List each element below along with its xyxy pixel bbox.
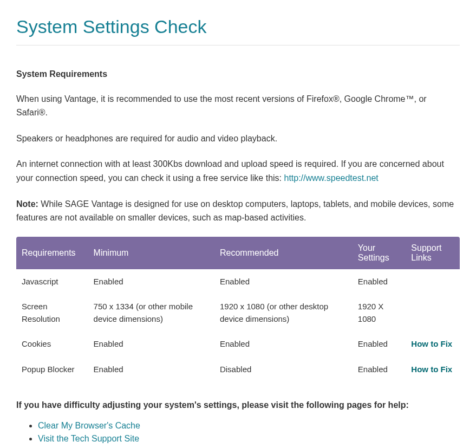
cell-min: 750 x 1334 (or other mobile device dimen…: [88, 294, 214, 332]
th-requirements: Requirements: [16, 237, 88, 269]
cell-min: Enabled: [88, 357, 214, 382]
cell-req: Popup Blocker: [16, 357, 88, 382]
table-row: Popup BlockerEnabledDisabledEnabledHow t…: [16, 357, 460, 382]
cell-support: How to Fix: [406, 332, 460, 357]
help-heading: If you have difficulty adjusting your sy…: [16, 398, 460, 412]
help-link[interactable]: Visit the Tech Support Site: [38, 434, 139, 443]
cell-rec: 1920 x 1080 (or other desktop device dim…: [214, 294, 353, 332]
page-title: System Settings Check: [16, 16, 460, 46]
how-to-fix-link[interactable]: How to Fix: [411, 339, 452, 348]
cell-your: Enabled: [353, 332, 406, 357]
intro-paragraph-3-text: An internet connection with at least 300…: [16, 159, 444, 183]
note-text: While SAGE Vantage is designed for use o…: [16, 199, 454, 223]
intro-paragraph-1: When using Vantage, it is recommended to…: [16, 92, 460, 120]
note-label: Note:: [16, 199, 38, 209]
how-to-fix-link[interactable]: How to Fix: [411, 365, 452, 374]
cell-support: [406, 294, 460, 332]
cell-min: Enabled: [88, 269, 214, 295]
requirements-table: Requirements Minimum Recommended Your Se…: [16, 237, 460, 382]
cell-rec: Enabled: [214, 332, 353, 357]
help-links-list: Clear My Browser's CacheVisit the Tech S…: [16, 421, 460, 444]
cell-rec: Disabled: [214, 357, 353, 382]
cell-your: Enabled: [353, 269, 406, 295]
system-requirements-heading: System Requirements: [16, 67, 460, 81]
table-row: JavascriptEnabledEnabledEnabled: [16, 269, 460, 295]
table-row: CookiesEnabledEnabledEnabledHow to Fix: [16, 332, 460, 357]
cell-your: 1920 X 1080: [353, 294, 406, 332]
list-item: Visit the Tech Support Site: [38, 434, 460, 444]
cell-support: [406, 269, 460, 295]
cell-rec: Enabled: [214, 269, 353, 295]
help-link[interactable]: Clear My Browser's Cache: [38, 421, 140, 430]
intro-paragraph-2: Speakers or headphones are required for …: [16, 132, 460, 146]
th-recommended: Recommended: [214, 237, 353, 269]
cell-req: Javascript: [16, 269, 88, 295]
th-minimum: Minimum: [88, 237, 214, 269]
cell-support: How to Fix: [406, 357, 460, 382]
th-your-settings: Your Settings: [353, 237, 406, 269]
list-item: Clear My Browser's Cache: [38, 421, 460, 431]
cell-your: Enabled: [353, 357, 406, 382]
cell-min: Enabled: [88, 332, 214, 357]
th-support-links: Support Links: [406, 237, 460, 269]
note-paragraph: Note: While SAGE Vantage is designed for…: [16, 197, 460, 225]
table-row: Screen Resolution750 x 1334 (or other mo…: [16, 294, 460, 332]
cell-req: Screen Resolution: [16, 294, 88, 332]
speedtest-link[interactable]: http://www.speedtest.net: [284, 173, 378, 183]
cell-req: Cookies: [16, 332, 88, 357]
intro-paragraph-3: An internet connection with at least 300…: [16, 157, 460, 185]
